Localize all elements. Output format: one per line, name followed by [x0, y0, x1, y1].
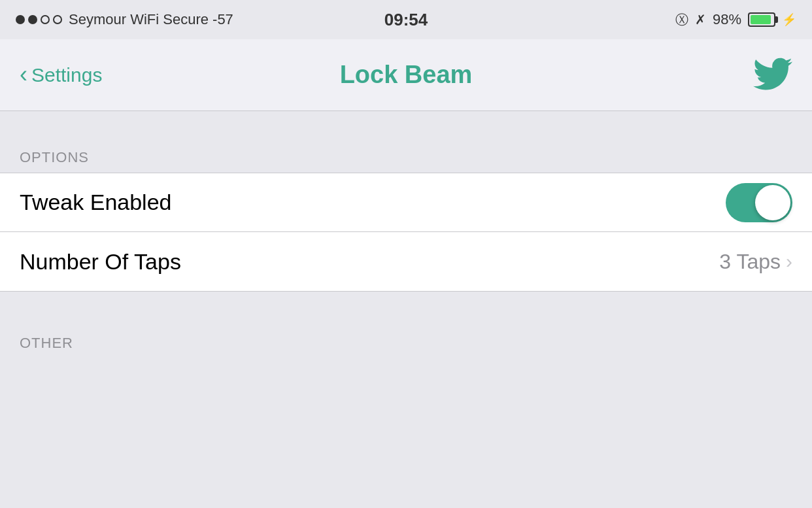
number-of-taps-row[interactable]: Number Of Taps 3 Taps ›: [0, 232, 812, 291]
page-title: Lock Beam: [340, 61, 473, 89]
battery-percent-text: 98%: [713, 11, 741, 28]
battery-indicator: [748, 12, 775, 27]
back-button[interactable]: ‹ Settings: [20, 64, 102, 86]
nav-bar: ‹ Settings Lock Beam: [0, 39, 812, 111]
signal-dot-4: [53, 15, 62, 24]
signal-dot-3: [41, 15, 50, 24]
number-of-taps-value: 3 Taps: [719, 250, 781, 274]
status-right: Ⓧ ✗ 98% ⚡: [675, 11, 796, 29]
options-header-text: OPTIONS: [20, 149, 89, 165]
lock-rotation-icon: Ⓧ: [675, 11, 688, 29]
other-section-header: OTHER: [0, 324, 812, 358]
tweak-enabled-toggle[interactable]: [726, 183, 792, 222]
back-chevron-icon: ‹: [20, 63, 27, 86]
carrier-text: Seymour WiFi Secure -57: [69, 11, 233, 28]
lightning-icon: ⚡: [782, 12, 796, 27]
signal-dot-1: [16, 15, 25, 24]
battery-fill: [751, 15, 771, 24]
status-bar: Seymour WiFi Secure -57 09:54 Ⓧ ✗ 98% ⚡: [0, 0, 812, 39]
number-of-taps-label: Number Of Taps: [20, 249, 181, 275]
twitter-button[interactable]: [753, 54, 792, 96]
section-spacer-top: [0, 111, 812, 131]
signal-dot-2: [28, 15, 37, 24]
number-of-taps-value-container: 3 Taps ›: [719, 250, 792, 274]
options-section-header: OPTIONS: [0, 131, 812, 173]
tweak-enabled-row: Tweak Enabled: [0, 173, 812, 232]
bluetooth-icon: ✗: [695, 12, 706, 27]
battery-body: [748, 12, 775, 27]
signal-dots: [16, 15, 62, 24]
twitter-icon: [753, 54, 792, 93]
section-gap: [0, 292, 812, 324]
back-label: Settings: [31, 64, 102, 86]
options-settings-group: Tweak Enabled Number Of Taps 3 Taps ›: [0, 173, 812, 292]
tweak-enabled-label: Tweak Enabled: [20, 190, 172, 215]
disclosure-chevron-icon: ›: [786, 250, 792, 273]
toggle-knob: [755, 185, 790, 220]
status-time: 09:54: [384, 10, 428, 30]
status-left: Seymour WiFi Secure -57: [16, 11, 233, 28]
other-header-text: OTHER: [20, 335, 73, 351]
